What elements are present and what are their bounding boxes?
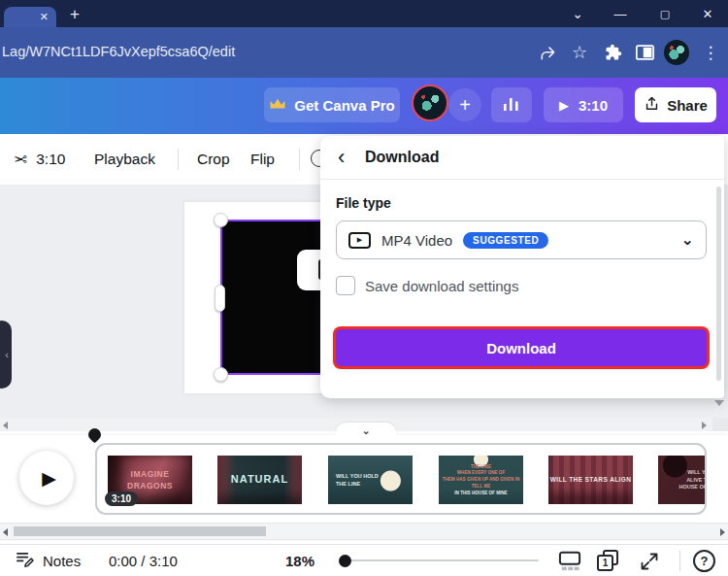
- scroll-right-arrow[interactable]: [702, 422, 707, 429]
- grid-view-button[interactable]: [557, 549, 582, 574]
- timeline-panel: ⌄ ▶ IMAGINE DRAGONS NATURAL WILL YOU HOL…: [0, 435, 728, 544]
- timeline-thumbnail[interactable]: WILL THE STARS ALIGN: [548, 456, 633, 504]
- thumb-text: THE LINE: [471, 464, 491, 470]
- play-icon: ▶: [357, 236, 362, 244]
- timeline-scrollbar-thumb[interactable]: [14, 526, 266, 536]
- notes-label: Notes: [43, 553, 81, 569]
- thumb-text: THE LINE: [336, 481, 360, 488]
- save-settings-label: Save download settings: [365, 278, 518, 294]
- flip-button[interactable]: Flip: [250, 134, 275, 185]
- pages-button[interactable]: 1: [596, 549, 621, 574]
- resize-handle-left[interactable]: [215, 285, 225, 312]
- playback-button[interactable]: Playback: [94, 134, 155, 185]
- thumb-text: HOUSE OF MINE: [678, 484, 707, 491]
- thumb-text: IN THIS HOUSE OF MINE: [454, 491, 507, 496]
- file-type-label: File type: [336, 195, 391, 211]
- tab-close-icon[interactable]: ✕: [40, 12, 49, 22]
- timeline-scroll-left-arrow[interactable]: [3, 528, 8, 536]
- fullscreen-button[interactable]: [637, 549, 662, 574]
- sidebar-collapse-tab[interactable]: ‹: [0, 321, 12, 389]
- browser-tab[interactable]: ✕: [4, 7, 56, 27]
- clip-duration-badge: 3:10: [105, 491, 138, 506]
- timeline-clip-strip[interactable]: IMAGINE DRAGONS NATURAL WILL YOU HOLD TH…: [95, 443, 707, 515]
- toolbar-divider: [299, 149, 300, 170]
- canva-editor-window: ✕ + ⌄ — ▢ ✕ Lag/W7NCt1LDF6JvXepf5csa6Q/e…: [0, 0, 728, 576]
- bookmark-star-icon[interactable]: ☆: [568, 41, 591, 64]
- get-canva-pro-label: Get Canva Pro: [294, 97, 394, 114]
- thumb-text: WILL THE STARS ALIGN: [550, 476, 632, 484]
- scroll-left-arrow[interactable]: [3, 422, 8, 429]
- trim-button[interactable]: ✂ 3:10: [14, 134, 65, 185]
- notes-icon: [16, 550, 34, 571]
- share-label: Share: [667, 97, 708, 114]
- zoom-slider[interactable]: [345, 559, 539, 561]
- play-icon: ▶: [42, 467, 56, 490]
- status-bar: Notes 0:00 / 3:10 18% 1 ?: [0, 544, 728, 576]
- file-type-select[interactable]: ▶ MP4 Video SUGGESTED ⌄: [336, 220, 707, 259]
- canva-header: Get Canva Pro + ▶ 3:10 Share: [0, 78, 728, 134]
- toolbar-divider: [178, 149, 179, 170]
- share-button[interactable]: Share: [635, 87, 716, 122]
- get-canva-pro-button[interactable]: Get Canva Pro: [264, 87, 400, 122]
- timeline-thumbnail[interactable]: WILL YOU HOLD THE LINE: [328, 456, 413, 504]
- thumb-text: WHEN EVERY ONE OF: [457, 470, 506, 476]
- resize-handle-bottom-left[interactable]: [214, 367, 228, 382]
- crown-icon: [269, 97, 286, 114]
- video-duration: 3:10: [579, 97, 608, 114]
- browser-menu-icon[interactable]: ⋮: [699, 41, 722, 64]
- thumb-text: ALIVE THE: [686, 477, 707, 484]
- dialog-scrollbar[interactable]: [716, 186, 721, 381]
- notes-button[interactable]: Notes: [16, 545, 81, 576]
- download-dialog: ‹ Download File type ▶ MP4 Video SUGGEST…: [320, 136, 724, 398]
- bar-chart-icon: [503, 95, 520, 116]
- timeline-thumbnail[interactable]: NATURAL: [217, 456, 302, 504]
- share-page-icon[interactable]: [536, 41, 559, 64]
- minimize-button[interactable]: —: [606, 0, 635, 27]
- collapse-down-icon: ⌄: [361, 426, 370, 436]
- play-icon: ▶: [559, 99, 569, 112]
- zoom-slider-handle[interactable]: [339, 555, 351, 567]
- pages-icon: 1: [597, 550, 620, 573]
- side-panel-icon[interactable]: [633, 41, 656, 64]
- playback-time: 0:00 / 3:10: [109, 545, 178, 576]
- back-chevron-icon[interactable]: ‹: [338, 147, 359, 168]
- add-member-button[interactable]: +: [448, 88, 481, 121]
- timeline-collapse-notch[interactable]: ⌄: [336, 423, 396, 436]
- dialog-header: ‹ Download: [320, 136, 724, 180]
- new-tab-button[interactable]: +: [64, 5, 85, 24]
- account-avatar[interactable]: [412, 85, 448, 121]
- profile-avatar[interactable]: [664, 40, 689, 65]
- upload-share-icon: [644, 95, 660, 115]
- thumb-text: TELL ME: [472, 484, 491, 490]
- address-bar[interactable]: Lag/W7NCt1LDF6JvXepf5csa6Q/edit: [2, 44, 235, 59]
- save-settings-checkbox[interactable]: [336, 276, 355, 295]
- thumb-text: WILL YOU: [687, 469, 707, 476]
- crop-button[interactable]: Crop: [197, 134, 230, 185]
- video-file-icon: ▶: [348, 232, 371, 249]
- window-menu-icon[interactable]: ⌄: [563, 0, 592, 27]
- chevron-down-icon: ⌄: [681, 235, 694, 245]
- close-window-button[interactable]: ✕: [693, 0, 722, 27]
- save-settings-row[interactable]: Save download settings: [336, 276, 518, 295]
- thumb-text: THEM HAS GIVEN UP AND GIVEN IN: [443, 477, 520, 483]
- maximize-button[interactable]: ▢: [650, 0, 679, 27]
- vertical-scrollbar-down-arrow[interactable]: [714, 400, 724, 406]
- scissors-icon: ✂: [14, 150, 27, 170]
- extensions-puzzle-icon[interactable]: [602, 41, 625, 64]
- help-button[interactable]: ?: [693, 550, 715, 572]
- browser-titlebar: ✕ + ⌄ — ▢ ✕: [0, 0, 728, 27]
- timeline-thumbnail[interactable]: WILL YOU ALIVE THE HOUSE OF MINE: [658, 456, 707, 504]
- timeline-play-button[interactable]: ▶: [19, 451, 74, 505]
- download-button[interactable]: Download: [336, 329, 707, 366]
- zoom-level: 18%: [285, 545, 314, 576]
- thumb-text: NATURAL: [231, 473, 288, 487]
- resize-handle-top-left[interactable]: [214, 213, 228, 227]
- timeline-scroll-right-arrow[interactable]: [720, 528, 725, 536]
- dialog-title: Download: [365, 149, 439, 166]
- preview-play-button[interactable]: ▶ 3:10: [544, 87, 623, 122]
- thumb-text: WILL YOU HOLD: [336, 473, 379, 480]
- browser-toolbar: Lag/W7NCt1LDF6JvXepf5csa6Q/edit ☆ ⋮: [0, 27, 728, 78]
- timeline-thumbnail[interactable]: THE LINE WHEN EVERY ONE OF THEM HAS GIVE…: [439, 456, 523, 504]
- timeline-scrollbar-track[interactable]: [0, 523, 728, 540]
- insights-chart-button[interactable]: [491, 87, 532, 122]
